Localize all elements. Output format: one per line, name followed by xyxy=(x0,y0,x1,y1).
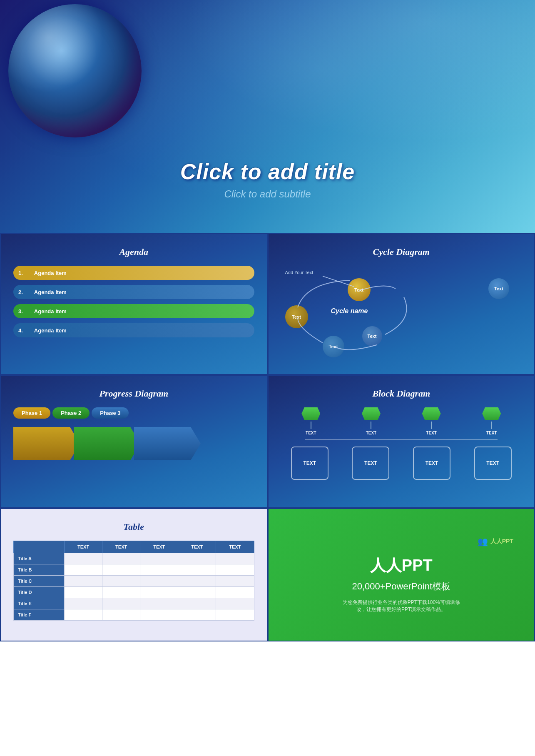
block-boxes-row: TEXT TEXT TEXT TEXT xyxy=(281,447,522,480)
table-panel: Table TEXT TEXT TEXT TEXT TEXT Title A xyxy=(0,508,268,641)
table-row-title-e: Title E xyxy=(14,598,65,609)
table-cell[interactable] xyxy=(216,553,254,564)
block-box-4[interactable]: TEXT xyxy=(474,447,512,480)
agenda-item-2[interactable]: 2. Agenda Item xyxy=(13,285,254,299)
table-cell[interactable] xyxy=(102,576,140,587)
hero-title[interactable]: Click to add title xyxy=(180,159,355,184)
table-cell[interactable] xyxy=(178,609,216,621)
arrow-3 xyxy=(134,427,201,460)
table-header-empty xyxy=(14,541,65,553)
table-cell[interactable] xyxy=(178,587,216,598)
panels-grid: Agenda 1. Agenda Item 2. Agenda Item 3. … xyxy=(0,233,535,641)
agenda-item-1[interactable]: 1. Agenda Item xyxy=(13,266,254,280)
cycle-node-4-label: Text xyxy=(368,334,377,339)
block-line-1 xyxy=(311,422,311,429)
arrow-2 xyxy=(74,427,140,460)
table-cell[interactable] xyxy=(216,598,254,609)
cycle-name[interactable]: Cycle name xyxy=(331,307,368,315)
table-cell[interactable] xyxy=(216,576,254,587)
table-cell[interactable] xyxy=(178,564,216,576)
table-cell[interactable] xyxy=(102,587,140,598)
block-icon-3: TEXT xyxy=(422,407,441,435)
phase-btn-2[interactable]: Phase 2 xyxy=(52,407,90,419)
table-cell[interactable] xyxy=(102,553,140,564)
table-cell[interactable] xyxy=(65,587,102,598)
table-row: Title A xyxy=(14,553,254,564)
agenda-label-1: Agenda Item xyxy=(28,266,254,280)
agenda-num-4: 4. xyxy=(13,323,28,337)
table-cell[interactable] xyxy=(216,564,254,576)
table-col-1: TEXT xyxy=(65,541,102,553)
cycle-panel: Cycle Diagram Add Your Text Text Text Te… xyxy=(268,233,535,375)
table-cell[interactable] xyxy=(65,576,102,587)
block-box-3[interactable]: TEXT xyxy=(413,447,450,480)
progress-panel: Progress Diagram Phase 1 Phase 2 Phase 3 xyxy=(0,375,268,508)
block-box-label-3: TEXT xyxy=(426,460,438,466)
table-row-title-c: Title C xyxy=(14,576,65,587)
table-row-title-b: Title B xyxy=(14,564,65,576)
phase-btn-1[interactable]: Phase 1 xyxy=(13,407,50,419)
table-col-3: TEXT xyxy=(140,541,178,553)
cycle-node-2[interactable]: Text xyxy=(488,278,509,299)
brand-subtitle: 20,000+PowerPoint模板 xyxy=(352,580,450,593)
table-row: Title B xyxy=(14,564,254,576)
table-cell[interactable] xyxy=(65,553,102,564)
table-cell[interactable] xyxy=(140,598,178,609)
table-cell[interactable] xyxy=(65,609,102,621)
block-box-1[interactable]: TEXT xyxy=(291,447,328,480)
table-cell[interactable] xyxy=(216,587,254,598)
cycle-node-1[interactable]: Text xyxy=(348,278,371,301)
block-icon-4: TEXT xyxy=(482,407,501,435)
brand-description: 为您免费提供行业各类的优质PPT下载100%可编辑修改，让您拥有更好的PPT演示… xyxy=(339,599,464,613)
table-cell[interactable] xyxy=(178,553,216,564)
block-top-row: TEXT TEXT TEXT TEXT xyxy=(281,407,522,435)
block-title: Block Diagram xyxy=(281,388,522,399)
brand-logo-icon: 👥 xyxy=(478,536,488,546)
table-cell[interactable] xyxy=(140,553,178,564)
table-header-row: TEXT TEXT TEXT TEXT TEXT xyxy=(14,541,254,553)
cycle-node-5[interactable]: Text xyxy=(323,336,344,357)
agenda-num-3: 3. xyxy=(13,304,28,318)
table-cell[interactable] xyxy=(178,598,216,609)
table-cell[interactable] xyxy=(140,576,178,587)
table-cell[interactable] xyxy=(140,609,178,621)
table-cell[interactable] xyxy=(216,609,254,621)
block-line-3 xyxy=(431,422,432,429)
agenda-item-3[interactable]: 3. Agenda Item xyxy=(13,304,254,318)
table-cell[interactable] xyxy=(102,598,140,609)
block-icon-shape-1 xyxy=(301,407,320,420)
table-cell[interactable] xyxy=(102,609,140,621)
table-cell[interactable] xyxy=(102,564,140,576)
brand-logo: 👥 人人PPT xyxy=(478,536,513,546)
table-cell[interactable] xyxy=(65,598,102,609)
table-cell[interactable] xyxy=(178,576,216,587)
agenda-title: Agenda xyxy=(13,247,254,257)
block-icon-shape-3 xyxy=(422,407,441,420)
table-col-2: TEXT xyxy=(102,541,140,553)
cycle-node-5-label: Text xyxy=(329,344,338,349)
agenda-item-4[interactable]: 4. Agenda Item xyxy=(13,323,254,337)
block-box-2[interactable]: TEXT xyxy=(352,447,389,480)
table-cell[interactable] xyxy=(140,564,178,576)
agenda-label-3: Agenda Item xyxy=(28,304,254,318)
cycle-arrows-svg xyxy=(281,266,522,362)
table-cell[interactable] xyxy=(140,587,178,598)
block-icon-shape-4 xyxy=(482,407,501,420)
block-top-label-3: TEXT xyxy=(426,431,437,435)
agenda-num-2: 2. xyxy=(13,285,28,299)
table-row: Title D xyxy=(14,587,254,598)
cycle-node-3[interactable]: Text xyxy=(285,305,308,328)
table-row-title-a: Title A xyxy=(14,553,65,564)
agenda-label-2: Agenda Item xyxy=(28,285,254,299)
cycle-diagram: Add Your Text Text Text Text Text Text C… xyxy=(281,266,522,362)
table-cell[interactable] xyxy=(65,564,102,576)
cycle-node-4[interactable]: Text xyxy=(362,326,382,346)
cycle-add-text[interactable]: Add Your Text xyxy=(285,270,314,275)
arrows-row xyxy=(13,427,254,460)
block-line-4 xyxy=(491,422,492,429)
table-row: Title E xyxy=(14,598,254,609)
agenda-label-4: Agenda Item xyxy=(28,323,254,337)
phase-btn-3[interactable]: Phase 3 xyxy=(92,407,129,419)
brand-main-title[interactable]: 人人PPT xyxy=(370,555,433,576)
hero-subtitle[interactable]: Click to add subtitle xyxy=(224,188,311,200)
